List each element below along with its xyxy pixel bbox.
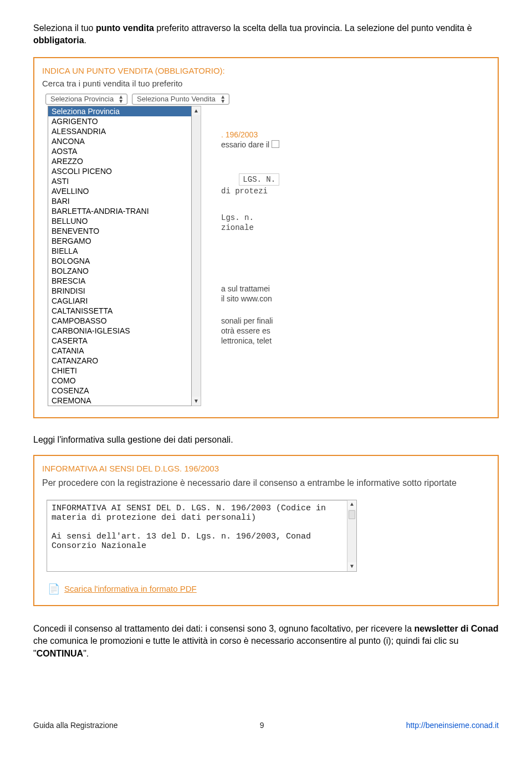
province-option[interactable]: AREZZO <box>48 156 191 166</box>
intro-bold-2: obbligatoria <box>33 35 84 45</box>
listbox-scrollbar[interactable]: ▲ ▼ <box>192 106 201 406</box>
province-option[interactable]: AVELLINO <box>48 186 191 196</box>
scroll-up-icon[interactable]: ▲ <box>192 106 201 115</box>
province-option[interactable]: ASTI <box>48 176 191 186</box>
province-option[interactable]: BERGAMO <box>48 236 191 246</box>
footer-left: Guida alla Registrazione <box>33 721 118 730</box>
box1-subtitle: Cerca tra i punti vendita il tuo preferi… <box>42 79 490 88</box>
sort-icon: ▲▼ <box>118 95 124 104</box>
province-option[interactable]: CHIETI <box>48 366 191 376</box>
scroll-track[interactable] <box>347 519 356 562</box>
intro-lead: Seleziona il tuo <box>33 23 96 33</box>
province-option[interactable]: BOLOGNA <box>48 256 191 266</box>
body-p1a: Concedi il consenso al trattamento dei d… <box>33 624 415 633</box>
select-provincia-label: Seleziona Provincia <box>50 95 114 103</box>
province-option[interactable]: BELLUNO <box>48 216 191 226</box>
scroll-thumb[interactable] <box>349 510 355 519</box>
scroll-down-icon[interactable]: ▼ <box>347 562 356 571</box>
bg-txt-d: otrà essere es <box>221 326 279 335</box>
province-listbox[interactable]: Seleziona ProvinciaAGRIGENTOALESSANDRIAA… <box>48 106 201 406</box>
intro-mid: preferito attraverso la scelta della tua… <box>154 23 472 33</box>
informativa-box: INFORMATIVA AI SENSI DEL D.LGS. 196/2003… <box>33 455 499 606</box>
scroll-down-icon[interactable]: ▼ <box>192 397 201 406</box>
province-option[interactable]: BENEVENTO <box>48 226 191 236</box>
body-p1c: ". <box>83 649 89 658</box>
province-option[interactable]: Seleziona Provincia <box>48 106 191 116</box>
select-provincia[interactable]: Seleziona Provincia ▲▼ <box>45 94 127 105</box>
province-option[interactable]: BRINDISI <box>48 286 191 296</box>
background-peek: . 196/2003 essario dare il LGS. N. di pr… <box>218 106 279 345</box>
province-option[interactable]: CALTANISSETTA <box>48 306 191 316</box>
bg-txt-b: il sito www.con <box>221 294 279 303</box>
informativa-textarea[interactable]: INFORMATIVA AI SENSI DEL D. LGS. N. 196/… <box>47 500 357 572</box>
footer-url: http://beneinsieme.conad.it <box>406 721 499 730</box>
footer-page: 9 <box>260 721 264 730</box>
province-option[interactable]: CREMONA <box>48 396 191 406</box>
province-option[interactable]: BARLETTA-ANDRIA-TRANI <box>48 206 191 216</box>
bg-mono-b: di protezi <box>221 187 279 196</box>
province-option[interactable]: CASERTA <box>48 336 191 346</box>
box1-title: INDICA UN PUNTO VENDITA (OBBLIGATORIO): <box>42 66 490 75</box>
bg-orange-text: . 196/2003 <box>221 130 279 139</box>
mid-text: Leggi l'informativa sulla gestione dei d… <box>33 435 499 445</box>
page-footer: Guida alla Registrazione 9 http://benein… <box>33 721 499 730</box>
province-option[interactable]: BRESCIA <box>48 276 191 286</box>
province-option[interactable]: CATANZARO <box>48 356 191 366</box>
province-option[interactable]: COSENZA <box>48 386 191 396</box>
bg-txt-a: a sul trattamei <box>221 284 279 293</box>
intro-bold-1: punto vendita <box>96 23 154 33</box>
province-option[interactable]: AOSTA <box>48 146 191 156</box>
province-option[interactable]: AGRIGENTO <box>48 116 191 126</box>
bg-txt-c: sonali per finali <box>221 316 279 325</box>
intro-paragraph: Seleziona il tuo punto vendita preferito… <box>33 22 499 47</box>
punto-vendita-box: INDICA UN PUNTO VENDITA (OBBLIGATORIO): … <box>33 57 499 418</box>
province-option[interactable]: BARI <box>48 196 191 206</box>
province-option[interactable]: CATANIA <box>48 346 191 356</box>
bg-mono-c: Lgs. n. <box>221 213 279 222</box>
bg-mono-a: LGS. N. <box>243 175 275 184</box>
province-option[interactable]: ASCOLI PICENO <box>48 166 191 176</box>
body-paragraph: Concedi il consenso al trattamento dei d… <box>33 623 499 660</box>
province-option[interactable]: BIELLA <box>48 246 191 256</box>
scroll-up-icon[interactable]: ▲ <box>347 500 356 509</box>
province-option[interactable]: BOLZANO <box>48 266 191 276</box>
pdf-download-link[interactable]: Scarica l'informativa in formato PDF <box>64 584 197 593</box>
province-option[interactable]: CARBONIA-IGLESIAS <box>48 326 191 336</box>
bg-mono-d: zionale <box>221 223 279 232</box>
province-option[interactable]: ANCONA <box>48 136 191 146</box>
scroll-track[interactable] <box>192 115 201 397</box>
select-punto-vendita[interactable]: Seleziona Punto Vendita ▲▼ <box>132 94 229 105</box>
box2-title: INFORMATIVA AI SENSI DEL D.LGS. 196/2003 <box>42 464 490 473</box>
body-p1b: che comunica le promozioni e tutte le at… <box>33 636 459 658</box>
intro-end: . <box>84 35 86 45</box>
province-option[interactable]: COMO <box>48 376 191 386</box>
textarea-scrollbar[interactable]: ▲ ▼ <box>347 500 356 571</box>
province-option[interactable]: CAGLIARI <box>48 296 191 306</box>
body-bold2: CONTINUA <box>37 649 83 658</box>
select-punto-label: Seleziona Punto Vendita <box>137 95 216 103</box>
pdf-icon: 📄 <box>48 583 60 595</box>
bg-txt-e: lettronica, telet <box>221 336 279 345</box>
informativa-text: INFORMATIVA AI SENSI DEL D. LGS. N. 196/… <box>47 500 347 571</box>
bg-line-1: essario dare il <box>221 140 269 149</box>
sort-icon: ▲▼ <box>220 95 226 104</box>
body-bold1: newsletter di Conad <box>415 624 499 633</box>
box2-body: Per procedere con la registrazione è nec… <box>42 476 490 490</box>
province-option[interactable]: ALESSANDRIA <box>48 126 191 136</box>
province-option[interactable]: CAMPOBASSO <box>48 316 191 326</box>
